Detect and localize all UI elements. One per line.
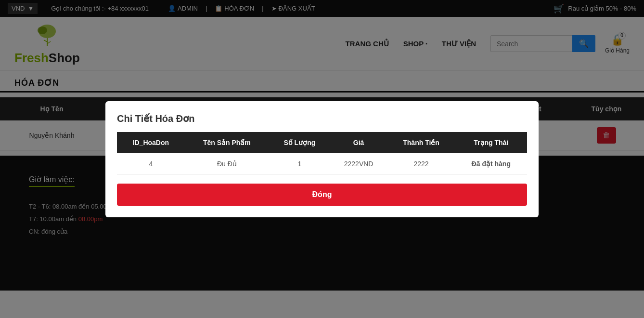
modal-table-row: 4 Đu Đủ 1 2222VND 2222 Đã đặt hàng [117, 153, 527, 175]
modal-col-qty: Số Lượng [269, 132, 330, 153]
modal-header-row: ID_HoaDon Tên Sản Phẩm Số Lượng Giá Thàn… [117, 132, 527, 153]
modal-close-button[interactable]: Đóng [117, 184, 527, 206]
modal-col-price: Giá [330, 132, 387, 153]
modal-col-id: ID_HoaDon [117, 132, 185, 153]
modal-cell-id: 4 [117, 153, 185, 175]
modal-cell-total: 2222 [387, 153, 455, 175]
modal-col-product: Tên Sản Phẩm [185, 132, 269, 153]
modal-cell-price: 2222VND [330, 153, 387, 175]
modal-cell-status: Đã đặt hàng [455, 153, 527, 175]
modal-title: Chi Tiết Hóa Đơn [117, 113, 527, 124]
modal-col-status: Trạng Thái [455, 132, 527, 153]
modal-box: Chi Tiết Hóa Đơn ID_HoaDon Tên Sản Phẩm … [105, 101, 539, 217]
modal-cell-qty: 1 [269, 153, 330, 175]
modal-overlay: Chi Tiết Hóa Đơn ID_HoaDon Tên Sản Phẩm … [0, 0, 644, 291]
modal-table: ID_HoaDon Tên Sản Phẩm Số Lượng Giá Thàn… [117, 132, 527, 175]
modal-cell-product: Đu Đủ [185, 153, 269, 175]
modal-col-total: Thành Tiền [387, 132, 455, 153]
